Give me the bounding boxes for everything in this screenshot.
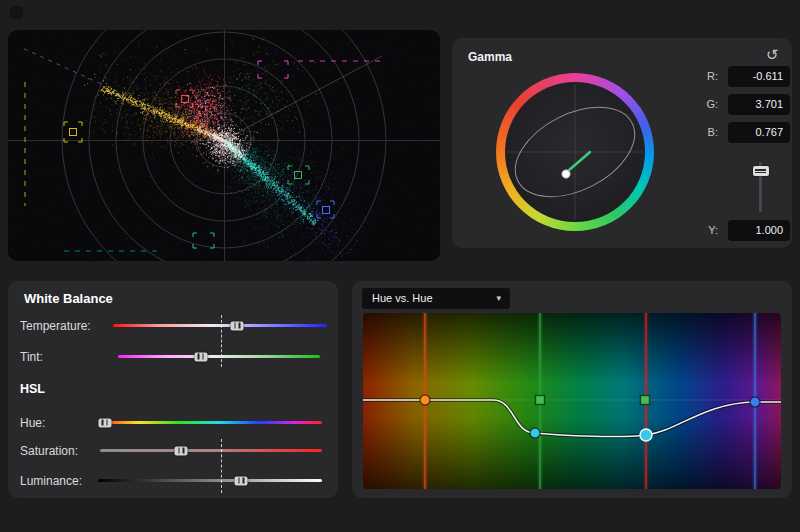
blue-field-label: B: bbox=[690, 122, 718, 143]
gamma-blue-row: B: 0.767 bbox=[452, 122, 792, 143]
luma-value-field[interactable]: 1.000 bbox=[728, 220, 790, 241]
master-gain-slider[interactable] bbox=[759, 162, 762, 212]
gamma-panel: Gamma ↺ R: -0.611 G: 3.701 B: 0.767 Y: 1… bbox=[452, 38, 792, 248]
green-value-field[interactable]: 3.701 bbox=[728, 94, 790, 115]
hsl-section-title: HSL bbox=[20, 382, 45, 396]
temperature-label: Temperature: bbox=[20, 319, 91, 333]
saturation-slider[interactable] bbox=[100, 449, 322, 452]
white-balance-title: White Balance bbox=[24, 291, 113, 306]
wheel-indicator-line bbox=[568, 152, 590, 171]
app-icon bbox=[10, 6, 23, 19]
gamma-luma-row: Y: 1.000 bbox=[452, 220, 792, 241]
gamma-green-row: G: 3.701 bbox=[452, 94, 792, 115]
luminance-label: Luminance: bbox=[20, 474, 82, 488]
curve-control-point[interactable] bbox=[530, 428, 540, 438]
luminance-slider[interactable] bbox=[98, 479, 322, 482]
gamma-red-row: R: -0.611 bbox=[452, 66, 792, 87]
hue-slider-handle[interactable] bbox=[98, 418, 111, 427]
tint-slider-handle[interactable] bbox=[194, 352, 207, 361]
luminance-slider-handle[interactable] bbox=[235, 476, 248, 485]
hue-slider[interactable] bbox=[98, 421, 322, 424]
hue-label: Hue: bbox=[20, 416, 45, 430]
gamma-panel-title: Gamma bbox=[468, 50, 512, 64]
white-balance-panel: White Balance Temperature: Tint: HSL Hue… bbox=[8, 281, 338, 498]
saturation-label: Saturation: bbox=[20, 444, 78, 458]
default-marker-luminance bbox=[221, 439, 222, 493]
curve-control-point[interactable] bbox=[536, 396, 545, 405]
tint-label: Tint: bbox=[20, 350, 43, 364]
curve-mode-dropdown-label: Hue vs. Hue bbox=[372, 288, 433, 309]
green-field-label: G: bbox=[690, 94, 718, 115]
hue-curve-svg[interactable] bbox=[363, 313, 781, 489]
master-gain-slider-handle[interactable] bbox=[753, 166, 769, 176]
vectorscope-panel bbox=[8, 30, 440, 261]
blue-value-field[interactable]: 0.767 bbox=[728, 122, 790, 143]
wheel-pointer[interactable] bbox=[562, 170, 570, 178]
saturation-slider-handle[interactable] bbox=[175, 446, 188, 455]
curve-control-point[interactable] bbox=[640, 429, 652, 441]
curve-mode-dropdown[interactable]: Hue vs. Hue ▾ bbox=[362, 288, 510, 309]
luma-field-label: Y: bbox=[690, 220, 718, 241]
tint-slider[interactable] bbox=[118, 355, 320, 358]
curve-control-point[interactable] bbox=[641, 396, 650, 405]
hue-curves-panel: Hue vs. Hue ▾ bbox=[352, 281, 792, 498]
curve-control-point[interactable] bbox=[750, 397, 760, 407]
vectorscope-canvas bbox=[8, 30, 440, 261]
curve-control-point[interactable] bbox=[420, 395, 430, 405]
red-field-label: R: bbox=[690, 66, 718, 87]
chevron-down-icon: ▾ bbox=[496, 288, 501, 309]
hue-curve-editor[interactable] bbox=[363, 313, 781, 489]
default-marker-temperature bbox=[221, 315, 222, 367]
temperature-slider-handle[interactable] bbox=[231, 321, 244, 330]
temperature-slider[interactable] bbox=[113, 324, 327, 327]
red-value-field[interactable]: -0.611 bbox=[728, 66, 790, 87]
reset-icon[interactable]: ↺ bbox=[766, 46, 779, 64]
